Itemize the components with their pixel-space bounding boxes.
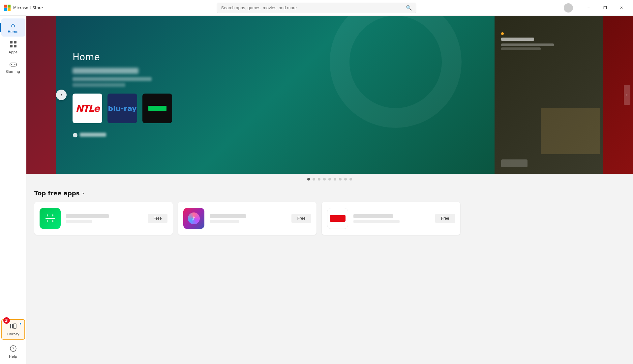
sidebar-item-home[interactable]: ⌂ Home	[1, 18, 25, 37]
svg-rect-6	[10, 45, 13, 47]
hero-app-icon-3[interactable]	[142, 94, 172, 123]
sidebar-gaming-label: Gaming	[6, 70, 20, 74]
rc1-desc-1	[501, 43, 554, 46]
app-logo: Microsoft Store	[4, 5, 43, 11]
carousel-dot-2[interactable]	[313, 178, 315, 181]
carousel-dot-1[interactable]	[307, 178, 310, 181]
app-get-button-2[interactable]: Free	[291, 214, 311, 223]
search-bar[interactable]: 🔍	[217, 3, 416, 13]
search-button[interactable]: 🔍	[406, 5, 412, 11]
sidebar-item-help[interactable]: ? Help	[1, 342, 25, 361]
app-card-info-3	[353, 214, 430, 223]
carousel-dot-3[interactable]	[318, 178, 320, 181]
music-sphere-icon: ♪	[188, 212, 200, 224]
search-input[interactable]	[221, 5, 406, 10]
app-card-1[interactable]: Free	[34, 202, 173, 235]
svg-rect-22	[52, 220, 53, 222]
apps-icon	[10, 41, 17, 49]
carousel-dot-8[interactable]	[344, 178, 347, 181]
carousel-next-card-2[interactable]: ›	[603, 16, 633, 174]
sidebar-home-label: Home	[8, 30, 18, 34]
section-header: Top free apps ›	[34, 190, 625, 197]
sidebar-item-apps[interactable]: Apps	[1, 38, 25, 57]
bluray-icon: blu-ray	[108, 104, 136, 113]
close-button[interactable]: ✕	[614, 3, 629, 13]
svg-rect-14	[12, 324, 13, 328]
hero-app-icon-2[interactable]: blu-ray	[107, 94, 137, 123]
carousel-dot-7[interactable]	[339, 178, 342, 181]
svg-point-11	[14, 64, 15, 65]
app-get-button-1[interactable]: Free	[148, 214, 167, 223]
app-name-2	[210, 214, 246, 218]
app-card-info-1	[66, 214, 142, 223]
home-icon: ⌂	[11, 21, 15, 29]
sidebar-library-label: Library	[7, 332, 19, 336]
window-controls: − ❐ ✕	[564, 3, 629, 13]
carousel-dot-4[interactable]	[323, 178, 326, 181]
library-badge: 3	[3, 317, 10, 324]
apps-row: Free ♪	[34, 202, 625, 235]
svg-rect-2	[4, 8, 7, 11]
svg-rect-19	[47, 214, 48, 216]
app-card-info-2	[210, 214, 286, 223]
app-name-3	[353, 214, 393, 218]
carousel-dot-9[interactable]	[349, 178, 352, 181]
music-note-icon: ♪	[190, 215, 197, 222]
svg-rect-13	[10, 324, 11, 328]
netflix-icon: NTLe	[75, 103, 99, 114]
rc1-dot	[501, 32, 504, 35]
green-logo-icon	[148, 106, 166, 111]
carousel-next-card-1[interactable]	[495, 16, 603, 174]
svg-rect-3	[8, 8, 11, 11]
scan-green-icon	[44, 212, 56, 224]
hero-promo-desc-line2	[73, 83, 125, 87]
carousel-dot-5[interactable]	[328, 178, 331, 181]
top-free-apps-section: Top free apps ›	[26, 184, 633, 240]
right-card-2-indicator: ›	[624, 85, 630, 105]
sidebar-item-gaming[interactable]: Gaming	[1, 58, 25, 76]
hero-cta[interactable]: ●	[73, 131, 478, 138]
svg-text:♪: ♪	[192, 215, 195, 222]
app-get-button-3[interactable]: Free	[435, 214, 455, 223]
right-card-content	[501, 32, 554, 50]
sidebar-apps-label: Apps	[9, 50, 17, 54]
svg-rect-0	[4, 5, 7, 8]
carousel-area: ‹ Home NTLe blu-ray	[26, 16, 633, 174]
window-title: Microsoft Store	[13, 6, 43, 10]
avatar[interactable]	[564, 3, 573, 13]
svg-rect-18	[45, 218, 55, 219]
app-meta-3	[353, 220, 400, 223]
svg-rect-15	[14, 324, 16, 328]
app-meta-2	[210, 220, 239, 223]
app-card-3[interactable]: Free	[322, 202, 460, 235]
section-title: Top free apps	[34, 190, 79, 197]
minimize-button[interactable]: −	[581, 3, 596, 13]
svg-rect-20	[47, 220, 48, 222]
rc1-image	[541, 108, 600, 154]
app-name-1	[66, 214, 109, 218]
sidebar-help-label: Help	[9, 354, 17, 359]
app-card-2[interactable]: ♪ Free	[178, 202, 316, 235]
carousel-dots	[26, 174, 633, 184]
main-content: ‹ Home NTLe blu-ray	[26, 16, 633, 364]
svg-rect-4	[10, 41, 13, 43]
svg-rect-7	[14, 45, 16, 47]
title-bar: Microsoft Store 🔍 − ❐ ✕	[0, 0, 633, 16]
hero-cta-label	[80, 133, 106, 137]
app-layout: ⌂ Home Apps	[0, 16, 633, 364]
red-brand-icon	[330, 215, 346, 222]
carousel-prev-card[interactable]	[26, 16, 56, 174]
app-card-icon-3	[327, 208, 348, 229]
hero-card: Home NTLe blu-ray	[56, 16, 495, 174]
help-icon: ?	[10, 345, 17, 354]
carousel-dot-6[interactable]	[334, 178, 336, 181]
section-more-arrow[interactable]: ›	[82, 190, 84, 196]
carousel-prev-button[interactable]: ‹	[56, 90, 67, 100]
library-wrapper: 3 Library	[1, 319, 25, 340]
svg-rect-1	[8, 5, 11, 8]
hero-app-icon-1[interactable]: NTLe	[73, 94, 102, 123]
svg-point-12	[15, 65, 15, 65]
rc1-cta[interactable]	[501, 159, 528, 167]
maximize-button[interactable]: ❐	[597, 3, 613, 13]
library-dot-indicator	[19, 322, 22, 325]
